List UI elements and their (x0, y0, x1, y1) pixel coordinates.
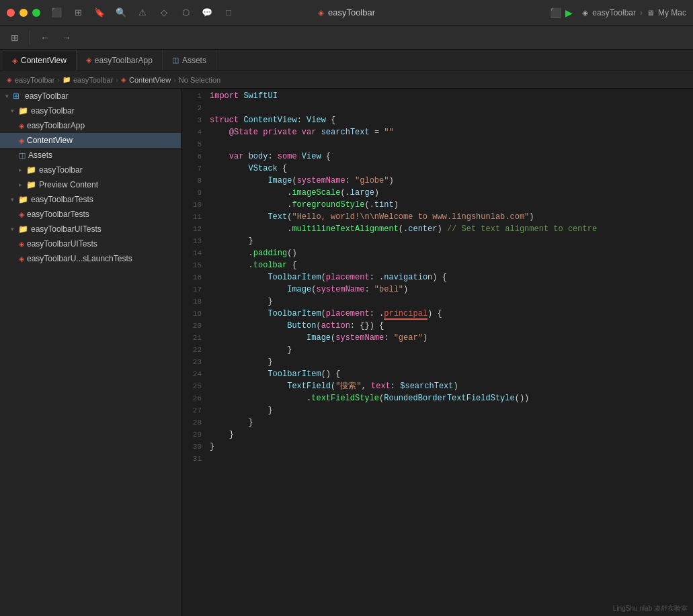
sidebar-label-launch: easyToolbarU...sLaunchTests (27, 254, 132, 263)
tab-contentview-label: ContentView (21, 56, 67, 65)
bookmark-icon[interactable]: 🔖 (94, 7, 105, 18)
swift-icon-launch: ◈ (19, 255, 24, 263)
code-line-29: } (210, 429, 693, 441)
grid-icon[interactable]: ⊞ (73, 7, 83, 18)
sidebar-label-uitests: easyToolbarUITests (31, 224, 101, 234)
code-line-11: Text("Hello, world!\n\nWelcome to www.li… (210, 211, 693, 223)
project-icon: ⊞ (13, 91, 22, 101)
code-line-25: TextField("搜索", text: $searchText) (210, 380, 693, 392)
sidebar-item-easytoolbar-folder[interactable]: ▾ 📁 easyToolbar (0, 103, 181, 118)
code-area: 1 2 3 4 5 6 7 8 9 10 11 12 13 14 15 16 1… (181, 89, 693, 466)
ln-11: 11 (181, 211, 202, 223)
ln-4: 4 (181, 126, 202, 138)
watermark: LingShu nlab 凌舒实验室 (613, 604, 688, 613)
app-name-center: ◈ easyToolbar (318, 7, 375, 17)
sidebar-label-folder-main: easyToolbar (31, 106, 75, 116)
path-item-4: No Selection (179, 76, 220, 84)
code-line-26: .textFieldStyle(RoundedBorderTextFieldSt… (210, 392, 693, 404)
path-item-1: easyToolbar (15, 76, 54, 84)
code-line-16: ToolbarItem(placement: .navigation) { (210, 271, 693, 283)
sidebar-label-tests-file: easyToolbarTests (27, 210, 89, 219)
traffic-lights (7, 9, 40, 17)
sidebar-item-easytoolbarapp[interactable]: ◈ easyToolbarApp (0, 118, 181, 133)
right-breadcrumb-text: easyToolbar (592, 8, 636, 17)
square-icon[interactable]: □ (223, 7, 234, 18)
code-line-13: } (210, 235, 693, 247)
search-toolbar-icon[interactable]: 🔍 (116, 7, 126, 18)
sidebar-item-uitests-folder[interactable]: ▾ 📁 easyToolbarUITests (0, 222, 181, 236)
code-line-6: var body: some View { (210, 150, 693, 163)
sidebar-label-root: easyToolbar (25, 91, 69, 101)
ln-27: 27 (181, 404, 202, 416)
sidebar-item-easytoolbar-root[interactable]: ▾ ⊞ easyToolbar (0, 89, 181, 103)
forward-button[interactable]: → (57, 30, 76, 46)
code-line-18: } (210, 296, 693, 308)
code-editor[interactable]: 1 2 3 4 5 6 7 8 9 10 11 12 13 14 15 16 1… (181, 89, 693, 616)
titlebar-app-label: easyToolbar (328, 7, 375, 17)
back-button[interactable]: ← (36, 30, 54, 46)
ln-24: 24 (181, 368, 202, 380)
swift-icon-contentview: ◈ (19, 136, 24, 145)
titlebar: ⬛ ⊞ 🔖 🔍 ⚠ ◇ ⬡ 💬 □ ◈ easyToolbar ⬛ ▶ ◈ ea… (0, 0, 693, 26)
main-content: ▾ ⊞ easyToolbar ▾ 📁 easyToolbar ◈ easyTo… (0, 89, 693, 616)
diamond-icon[interactable]: ◇ (159, 7, 169, 18)
code-line-7: VStack { (210, 163, 693, 175)
ln-23: 23 (181, 356, 202, 368)
warn-icon[interactable]: ⚠ (137, 7, 148, 18)
sidebar-item-tests-folder[interactable]: ▾ 📁 easyToolbarTests (0, 192, 181, 207)
folder-icon-sub: 📁 (26, 165, 36, 175)
right-breadcrumb-icon: ◈ (582, 8, 588, 17)
grid-view-button[interactable]: ⊞ (5, 30, 24, 46)
breadcrumb-sep1: › (640, 8, 643, 17)
tab-assets-label: Assets (182, 56, 206, 65)
caret-icon-root: ▾ (5, 93, 9, 99)
caret-icon-tests: ▾ (11, 196, 14, 203)
close-button[interactable] (7, 9, 15, 17)
caret-icon-folder: ▾ (11, 107, 14, 114)
run-icon[interactable]: ▶ (565, 7, 573, 18)
ln-21: 21 (181, 332, 202, 344)
code-line-27: } (210, 404, 693, 416)
sidebar-label-sub: easyToolbar (39, 165, 83, 175)
sidebar-item-contentview[interactable]: ◈ ContentView (0, 133, 181, 148)
tabs-bar: ◈ ContentView ◈ easyToolbarApp ◫ Assets (0, 50, 693, 71)
sidebar-label-app: easyToolbarApp (27, 121, 85, 130)
swift-icon-uitests: ◈ (19, 240, 24, 249)
tab-contentview[interactable]: ◈ ContentView (3, 50, 77, 71)
tab-easytoolbarapp-label: easyToolbarApp (95, 56, 153, 65)
ln-30: 30 (181, 441, 202, 453)
code-line-2 (210, 102, 693, 114)
ln-12: 12 (181, 223, 202, 235)
maximize-button[interactable] (32, 9, 40, 17)
shape-icon[interactable]: ⬡ (180, 7, 191, 18)
path-sep-1: › (57, 76, 60, 84)
code-line-19: ToolbarItem(placement: .principal) { (210, 308, 693, 320)
sidebar-item-easytoolbartests[interactable]: ◈ easyToolbarTests (0, 207, 181, 222)
folder-icon-preview: 📁 (26, 180, 36, 189)
bubble-icon[interactable]: 💬 (202, 7, 212, 18)
titlebar-right: ⬛ ▶ ◈ easyToolbar › 🖥 My Mac (550, 7, 686, 18)
ln-17: 17 (181, 283, 202, 296)
code-line-22: } (210, 344, 693, 356)
tab-assets[interactable]: ◫ Assets (163, 50, 216, 71)
sidebar-toggle-icon[interactable]: ⬛ (51, 7, 62, 18)
path-icon-1: ◈ (7, 76, 12, 83)
caret-icon-uitests: ▾ (11, 226, 14, 232)
sidebar-item-preview[interactable]: ▸ 📁 Preview Content (0, 177, 181, 192)
code-line-3: struct ContentView: View { (210, 114, 693, 126)
sidebar-label-assets: Assets (28, 150, 52, 160)
minimize-button[interactable] (19, 9, 28, 17)
sidebar-item-assets[interactable]: ◫ Assets (0, 148, 181, 163)
caret-icon-preview: ▸ (19, 181, 22, 188)
sidebar-item-uitests-file[interactable]: ◈ easyToolbarUITests (0, 236, 181, 251)
code-line-30: } (210, 441, 693, 453)
stop-icon[interactable]: ⬛ (550, 7, 561, 18)
ln-6: 6 (181, 150, 202, 163)
ln-8: 8 (181, 175, 202, 187)
right-mac-label: My Mac (658, 8, 686, 17)
tab-swift-icon-2: ◈ (86, 56, 91, 64)
code-line-1: import SwiftUI (210, 90, 693, 102)
sidebar-item-launch-tests[interactable]: ◈ easyToolbarU...sLaunchTests (0, 251, 181, 266)
tab-easytoolbarapp[interactable]: ◈ easyToolbarApp (77, 50, 163, 71)
sidebar-item-easytoolbar-sub[interactable]: ▸ 📁 easyToolbar (0, 163, 181, 177)
